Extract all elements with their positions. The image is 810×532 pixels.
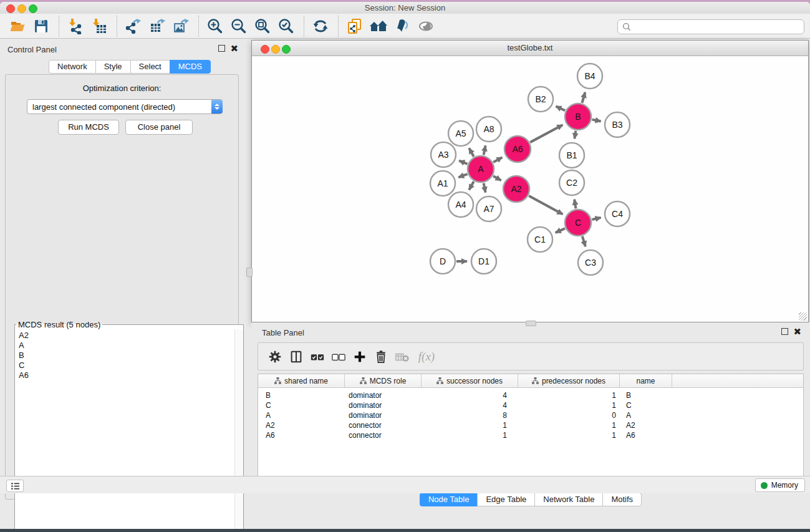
tab-network[interactable]: Network (49, 60, 96, 74)
result-list-item[interactable]: A (15, 341, 234, 351)
graph-node-B3[interactable]: B3 (605, 112, 630, 137)
graph-node-B4[interactable]: B4 (577, 64, 602, 89)
column-split-icon[interactable] (286, 347, 307, 366)
column-header-predecessor-nodes[interactable]: predecessor nodes (518, 374, 620, 387)
table-cell[interactable]: 4 (422, 391, 518, 400)
graph-node-C[interactable]: C (565, 210, 591, 236)
float-panel-icon[interactable] (781, 328, 788, 335)
table-row[interactable]: Bdominator41B (258, 390, 803, 400)
column-header-shared-name[interactable]: shared name (258, 374, 345, 387)
graph-edge-C-C4[interactable] (592, 218, 600, 220)
graph-edge-A6-B[interactable] (530, 125, 562, 142)
table-row[interactable]: A2connector11A2 (258, 420, 803, 430)
close-panel-icon[interactable]: ✖ (230, 45, 238, 52)
search-input[interactable] (634, 21, 804, 33)
table-cell[interactable]: B (620, 391, 672, 400)
hide-graphics-details-icon[interactable] (392, 16, 412, 36)
graph-edge-C-C3[interactable] (582, 236, 586, 246)
graph-edge-A2-C[interactable] (529, 196, 562, 215)
graph-edge-A-A3[interactable] (459, 161, 467, 164)
network-canvas[interactable]: B4B2BB3A8A5A6A3B1AA1C2A2A4A7C4CC1C3DD1 (252, 56, 808, 322)
table-row[interactable]: A6connector11A6 (258, 430, 803, 440)
graph-edge-B-B4[interactable] (582, 92, 585, 103)
graph-node-A5[interactable]: A5 (448, 121, 473, 146)
graph-node-A7[interactable]: A7 (476, 196, 501, 221)
close-panel-button[interactable]: Close panel (125, 120, 193, 135)
graph-node-C4[interactable]: C4 (605, 201, 630, 226)
table-cell[interactable]: A6 (620, 431, 672, 440)
show-eye-icon[interactable] (416, 16, 436, 36)
graph-node-A3[interactable]: A3 (431, 142, 456, 167)
graph-edge-A-A4[interactable] (469, 181, 474, 190)
tab-motifs[interactable]: Motifs (602, 493, 642, 506)
column-header-name[interactable]: name (620, 374, 672, 387)
table-cell[interactable]: connector (345, 421, 422, 430)
float-panel-icon[interactable] (218, 45, 225, 52)
resize-grip[interactable] (799, 312, 807, 321)
graph-node-B2[interactable]: B2 (528, 87, 553, 112)
zoom-fit-icon[interactable] (253, 16, 272, 36)
graph-edge-A-A1[interactable] (458, 174, 467, 177)
horizontal-divider-handle[interactable] (526, 321, 536, 326)
table-cell[interactable]: 4 (422, 401, 518, 410)
table-row[interactable]: Cdominator41C (258, 400, 803, 410)
graph-edge-B-B1[interactable] (574, 131, 576, 139)
run-mcds-button[interactable]: Run MCDS (58, 120, 119, 135)
add-column-icon[interactable] (349, 347, 370, 366)
deselect-checkboxes-icon[interactable] (328, 347, 349, 366)
table-cell[interactable]: 1 (422, 421, 518, 430)
graph-node-A1[interactable]: A1 (430, 171, 455, 196)
table-cell[interactable]: 1 (518, 391, 620, 400)
tab-node-table[interactable]: Node Table (420, 493, 478, 506)
result-scrollbar[interactable] (234, 329, 243, 529)
zoom-selected-icon[interactable] (276, 16, 296, 36)
graph-node-B[interactable]: B (565, 104, 591, 130)
delete-column-trash-icon[interactable] (370, 347, 392, 366)
tab-network-table[interactable]: Network Table (534, 493, 603, 506)
optimization-criterion-select[interactable]: largest connected component (directed) (27, 99, 223, 114)
graph-node-A6[interactable]: A6 (504, 136, 531, 162)
zoom-in-icon[interactable] (205, 16, 225, 36)
graph-node-C2[interactable]: C2 (559, 170, 584, 195)
table-cell[interactable]: 1 (422, 431, 518, 440)
import-table-icon[interactable] (89, 16, 109, 36)
select-all-checkboxes-icon[interactable] (307, 347, 328, 366)
tab-select[interactable]: Select (130, 60, 170, 74)
graph-edge-A-A6[interactable] (493, 157, 502, 162)
graph-node-C1[interactable]: C1 (528, 227, 552, 252)
graph-node-D1[interactable]: D1 (471, 249, 496, 274)
vertical-divider-handle[interactable] (246, 268, 253, 277)
result-list-item[interactable]: C (15, 360, 234, 370)
table-cell[interactable]: connector (345, 431, 422, 440)
table-cell[interactable]: 1 (518, 431, 620, 440)
table-cell[interactable]: A2 (258, 421, 345, 430)
tab-mcds[interactable]: MCDS (170, 60, 211, 74)
graph-node-A8[interactable]: A8 (476, 117, 501, 142)
table-cell[interactable]: A2 (620, 421, 672, 430)
table-cell[interactable]: A6 (258, 431, 345, 440)
table-cell[interactable]: C (258, 401, 345, 410)
column-header-mcds-role[interactable]: MCDS role (345, 374, 422, 387)
graph-edge-C-C2[interactable] (574, 200, 576, 209)
graph-node-B1[interactable]: B1 (559, 143, 584, 168)
table-cell[interactable]: A (258, 411, 345, 420)
graph-edge-B-B2[interactable] (556, 106, 565, 110)
copy-network-icon[interactable] (345, 16, 365, 36)
task-history-button[interactable] (6, 480, 24, 492)
graph-edge-C-C1[interactable] (556, 228, 565, 233)
table-cell[interactable]: dominator (345, 401, 422, 410)
graph-edge-A-A2[interactable] (493, 176, 501, 180)
table-cell[interactable]: C (620, 401, 672, 410)
table-cell[interactable]: 1 (518, 421, 620, 430)
tab-edge-table[interactable]: Edge Table (477, 493, 535, 506)
tab-style[interactable]: Style (95, 60, 131, 74)
close-panel-icon[interactable]: ✖ (793, 328, 801, 335)
table-cell[interactable]: dominator (345, 391, 422, 400)
graph-edge-B-B3[interactable] (592, 120, 601, 122)
home-networks-icon[interactable] (369, 16, 388, 36)
open-file-icon[interactable] (7, 16, 27, 36)
graph-node-C3[interactable]: C3 (578, 250, 603, 275)
graph-edge-A-A7[interactable] (484, 183, 486, 193)
zoom-out-icon[interactable] (229, 16, 249, 36)
graph-edge-A-A5[interactable] (469, 148, 474, 157)
